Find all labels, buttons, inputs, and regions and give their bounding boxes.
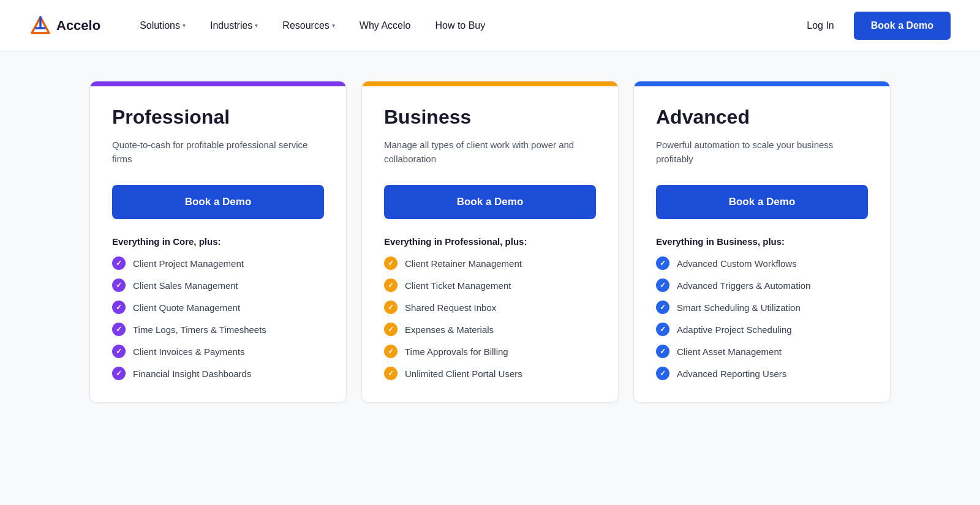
list-item: ✓ Smart Scheduling & Utilization [656, 301, 868, 314]
card-description-professional: Quote-to-cash for profitable professiona… [112, 138, 324, 168]
nav-item-solutions[interactable]: Solutions ▾ [130, 15, 195, 36]
accelo-logo-icon [29, 15, 51, 37]
check-icon: ✓ [112, 256, 126, 270]
check-icon: ✓ [656, 301, 669, 314]
includes-label-advanced: Everything in Business, plus: [656, 236, 868, 247]
logo-text: Accelo [56, 18, 100, 34]
list-item: ✓ Client Ticket Management [384, 279, 596, 292]
card-top-bar-advanced [634, 81, 890, 86]
list-item: ✓ Time Approvals for Billing [384, 345, 596, 358]
check-icon: ✓ [384, 323, 398, 336]
list-item: ✓ Advanced Reporting Users [656, 367, 868, 380]
feature-list-professional: ✓ Client Project Management ✓ Client Sal… [112, 256, 324, 380]
list-item: ✓ Financial Insight Dashboards [112, 367, 324, 380]
nav-right: Log In Book a Demo [797, 12, 951, 40]
list-item: ✓ Shared Request Inbox [384, 301, 596, 314]
check-icon: ✓ [656, 256, 669, 270]
list-item: ✓ Expenses & Materials [384, 323, 596, 336]
card-body-advanced: Advanced Powerful automation to scale yo… [634, 86, 890, 402]
check-icon: ✓ [384, 367, 398, 380]
list-item: ✓ Client Invoices & Payments [112, 345, 324, 358]
check-icon: ✓ [656, 279, 669, 292]
main-content: Professional Quote-to-cash for profitabl… [0, 51, 980, 440]
check-icon: ✓ [112, 345, 126, 358]
check-icon: ✓ [112, 367, 126, 380]
card-title-business: Business [384, 106, 596, 129]
book-demo-button-professional[interactable]: Book a Demo [112, 185, 324, 219]
list-item: ✓ Client Sales Management [112, 279, 324, 292]
list-item: ✓ Client Project Management [112, 256, 324, 270]
nav-item-why-accelo[interactable]: Why Accelo [350, 15, 421, 36]
pricing-card-professional: Professional Quote-to-cash for profitabl… [89, 81, 347, 403]
book-demo-button-business[interactable]: Book a Demo [384, 185, 596, 219]
chevron-down-icon: ▾ [255, 22, 258, 29]
check-icon: ✓ [384, 301, 398, 314]
check-icon: ✓ [656, 323, 669, 336]
feature-list-advanced: ✓ Advanced Custom Workflows ✓ Advanced T… [656, 256, 868, 380]
feature-list-business: ✓ Client Retainer Management ✓ Client Ti… [384, 256, 596, 380]
check-icon: ✓ [656, 367, 669, 380]
chevron-down-icon: ▾ [332, 22, 335, 29]
chevron-down-icon: ▾ [183, 22, 186, 29]
nav-item-industries[interactable]: Industries ▾ [200, 15, 268, 36]
list-item: ✓ Client Quote Management [112, 301, 324, 314]
list-item: ✓ Advanced Custom Workflows [656, 256, 868, 270]
navbar: Accelo Solutions ▾ Industries ▾ Resource… [0, 0, 980, 51]
pricing-card-business: Business Manage all types of client work… [361, 81, 619, 403]
list-item: ✓ Advanced Triggers & Automation [656, 279, 868, 292]
login-button[interactable]: Log In [797, 15, 843, 36]
check-icon: ✓ [656, 345, 669, 358]
list-item: ✓ Client Retainer Management [384, 256, 596, 270]
book-demo-button-advanced[interactable]: Book a Demo [656, 185, 868, 219]
card-description-advanced: Powerful automation to scale your busine… [656, 138, 868, 168]
card-title-advanced: Advanced [656, 106, 868, 129]
pricing-card-advanced: Advanced Powerful automation to scale yo… [633, 81, 891, 403]
pricing-cards-container: Professional Quote-to-cash for profitabl… [49, 81, 931, 403]
check-icon: ✓ [112, 279, 126, 292]
list-item: ✓ Client Asset Management [656, 345, 868, 358]
nav-links: Solutions ▾ Industries ▾ Resources ▾ Why… [130, 15, 797, 36]
nav-book-demo-button[interactable]: Book a Demo [854, 12, 951, 40]
nav-item-resources[interactable]: Resources ▾ [273, 15, 344, 36]
card-body-business: Business Manage all types of client work… [362, 86, 618, 402]
check-icon: ✓ [112, 323, 126, 336]
check-icon: ✓ [384, 345, 398, 358]
list-item: ✓ Adaptive Project Scheduling [656, 323, 868, 336]
includes-label-professional: Everything in Core, plus: [112, 236, 324, 247]
list-item: ✓ Unlimited Client Portal Users [384, 367, 596, 380]
card-top-bar-business [362, 81, 618, 86]
card-title-professional: Professional [112, 106, 324, 129]
check-icon: ✓ [112, 301, 126, 314]
list-item: ✓ Time Logs, Timers & Timesheets [112, 323, 324, 336]
card-top-bar-professional [90, 81, 346, 86]
check-icon: ✓ [384, 256, 398, 270]
logo[interactable]: Accelo [29, 15, 100, 37]
nav-item-how-to-buy[interactable]: How to Buy [425, 15, 495, 36]
check-icon: ✓ [384, 279, 398, 292]
card-description-business: Manage all types of client work with pow… [384, 138, 596, 168]
includes-label-business: Everything in Professional, plus: [384, 236, 596, 247]
card-body-professional: Professional Quote-to-cash for profitabl… [90, 86, 346, 402]
